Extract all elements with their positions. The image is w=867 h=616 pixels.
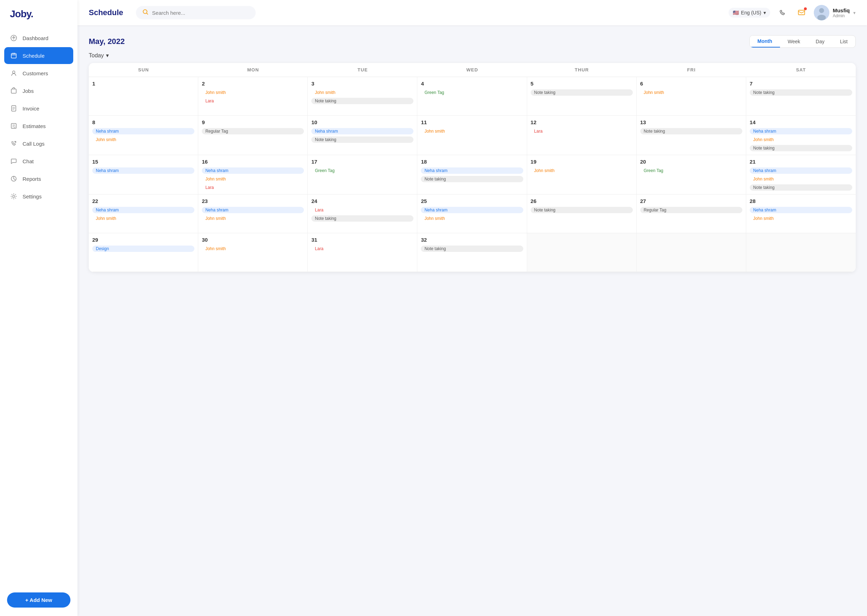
- cal-event[interactable]: John smith: [421, 215, 523, 222]
- calendar-cell[interactable]: 20Green Tag: [637, 155, 746, 195]
- cal-event[interactable]: Neha shram: [421, 207, 523, 213]
- cal-event[interactable]: Note taking: [640, 128, 742, 134]
- sidebar-item-estimates[interactable]: Estimates: [4, 118, 73, 134]
- cal-event[interactable]: John smith: [750, 137, 852, 143]
- sidebar-item-settings[interactable]: Settings: [4, 188, 73, 205]
- calendar-cell[interactable]: 28Neha shramJohn smith: [746, 195, 856, 233]
- search-input[interactable]: [152, 10, 249, 16]
- cal-event[interactable]: John smith: [202, 215, 304, 222]
- cal-event[interactable]: Lara: [202, 98, 304, 104]
- cal-event[interactable]: Regular Tag: [640, 207, 742, 213]
- calendar-cell[interactable]: 3John smithNote taking: [308, 77, 417, 116]
- cal-event[interactable]: Lara: [311, 245, 413, 252]
- cal-event[interactable]: John smith: [421, 128, 523, 134]
- message-button[interactable]: [795, 6, 808, 19]
- cal-event[interactable]: John smith: [311, 90, 413, 96]
- calendar-cell[interactable]: 23Neha shramJohn smith: [198, 195, 308, 233]
- search-bar[interactable]: [136, 6, 256, 19]
- cal-event[interactable]: Neha shram: [92, 128, 194, 134]
- cal-event[interactable]: Note taking: [750, 145, 852, 151]
- cal-event[interactable]: Green Tag: [421, 90, 523, 96]
- cal-event[interactable]: Neha shram: [92, 207, 194, 213]
- sidebar-item-schedule[interactable]: Schedule: [4, 47, 73, 64]
- cal-event[interactable]: John smith: [750, 176, 852, 182]
- cal-event[interactable]: Regular Tag: [202, 128, 304, 134]
- calendar-cell[interactable]: 5Note taking: [527, 77, 637, 116]
- cal-event[interactable]: Neha shram: [750, 128, 852, 134]
- cal-event[interactable]: Lara: [531, 128, 633, 134]
- add-new-button[interactable]: + Add New: [7, 592, 71, 608]
- cal-event[interactable]: Note taking: [750, 184, 852, 191]
- view-tab-month[interactable]: Month: [750, 36, 780, 47]
- cal-event[interactable]: John smith: [92, 137, 194, 143]
- view-tab-list[interactable]: List: [832, 36, 855, 47]
- cal-event[interactable]: Note taking: [311, 137, 413, 143]
- cal-event[interactable]: John smith: [640, 90, 742, 96]
- calendar-cell[interactable]: 7Note taking: [746, 77, 856, 116]
- calendar-cell[interactable]: [527, 233, 637, 272]
- calendar-cell[interactable]: [746, 233, 856, 272]
- cal-event[interactable]: John smith: [202, 245, 304, 252]
- view-tab-week[interactable]: Week: [780, 36, 808, 47]
- cal-event[interactable]: Note taking: [750, 90, 852, 96]
- calendar-cell[interactable]: 8Neha shramJohn smith: [89, 116, 198, 155]
- view-tab-day[interactable]: Day: [808, 36, 832, 47]
- sidebar-item-customers[interactable]: Customers: [4, 65, 73, 82]
- cal-event[interactable]: John smith: [92, 215, 194, 222]
- cal-event[interactable]: Neha shram: [750, 207, 852, 213]
- sidebar-item-chat[interactable]: Chat: [4, 153, 73, 170]
- calendar-cell[interactable]: 30John smith: [198, 233, 308, 272]
- cal-event[interactable]: John smith: [750, 215, 852, 222]
- calendar-cell[interactable]: 21Neha shramJohn smithNote taking: [746, 155, 856, 195]
- calendar-cell[interactable]: 31Lara: [308, 233, 417, 272]
- cal-event[interactable]: Note taking: [531, 207, 633, 213]
- calendar-cell[interactable]: 29Design: [89, 233, 198, 272]
- cal-event[interactable]: John smith: [202, 176, 304, 182]
- today-button[interactable]: Today ▾: [89, 52, 109, 59]
- cal-event[interactable]: Neha shram: [311, 128, 413, 134]
- cal-event[interactable]: Green Tag: [640, 167, 742, 174]
- calendar-cell[interactable]: 22Neha shramJohn smith: [89, 195, 198, 233]
- cal-event[interactable]: Neha shram: [202, 167, 304, 174]
- sidebar-item-calllogs[interactable]: Call Logs: [4, 135, 73, 152]
- user-info[interactable]: Musfiq Admin ▾: [814, 5, 856, 20]
- calendar-cell[interactable]: 13Note taking: [637, 116, 746, 155]
- calendar-cell[interactable]: 1: [89, 77, 198, 116]
- calendar-cell[interactable]: 27Regular Tag: [637, 195, 746, 233]
- cal-event[interactable]: Neha shram: [202, 207, 304, 213]
- calendar-cell[interactable]: 14Neha shramJohn smithNote taking: [746, 116, 856, 155]
- calendar-cell[interactable]: [637, 233, 746, 272]
- calendar-cell[interactable]: 24LaraNote taking: [308, 195, 417, 233]
- sidebar-item-jobs[interactable]: Jobs: [4, 82, 73, 99]
- cal-event[interactable]: Note taking: [531, 90, 633, 96]
- calendar-cell[interactable]: 2John smithLara: [198, 77, 308, 116]
- cal-event[interactable]: Note taking: [421, 176, 523, 182]
- cal-event[interactable]: John smith: [202, 90, 304, 96]
- phone-button[interactable]: [776, 6, 789, 19]
- cal-event[interactable]: Note taking: [311, 98, 413, 104]
- calendar-cell[interactable]: 26Note taking: [527, 195, 637, 233]
- sidebar-item-reports[interactable]: Reports: [4, 170, 73, 187]
- cal-event[interactable]: John smith: [531, 167, 633, 174]
- cal-event[interactable]: Note taking: [421, 245, 523, 252]
- cal-event[interactable]: Neha shram: [421, 167, 523, 174]
- calendar-cell[interactable]: 12Lara: [527, 116, 637, 155]
- sidebar-item-invoice[interactable]: Invoice: [4, 100, 73, 117]
- cal-event[interactable]: Neha shram: [750, 167, 852, 174]
- cal-event[interactable]: Lara: [311, 207, 413, 213]
- sidebar-item-dashboard[interactable]: Dashboard: [4, 30, 73, 46]
- calendar-cell[interactable]: 25Neha shramJohn smith: [417, 195, 527, 233]
- calendar-cell[interactable]: 18Neha shramNote taking: [417, 155, 527, 195]
- calendar-cell[interactable]: 6John smith: [637, 77, 746, 116]
- cal-event[interactable]: Lara: [202, 184, 304, 191]
- calendar-cell[interactable]: 9Regular Tag: [198, 116, 308, 155]
- calendar-cell[interactable]: 10Neha shramNote taking: [308, 116, 417, 155]
- cal-event[interactable]: Note taking: [311, 215, 413, 222]
- calendar-cell[interactable]: 32Note taking: [417, 233, 527, 272]
- calendar-cell[interactable]: 19John smith: [527, 155, 637, 195]
- calendar-cell[interactable]: 16Neha shramJohn smithLara: [198, 155, 308, 195]
- calendar-cell[interactable]: 11John smith: [417, 116, 527, 155]
- calendar-cell[interactable]: 15Neha shram: [89, 155, 198, 195]
- calendar-cell[interactable]: 4Green Tag: [417, 77, 527, 116]
- calendar-cell[interactable]: 17Green Tag: [308, 155, 417, 195]
